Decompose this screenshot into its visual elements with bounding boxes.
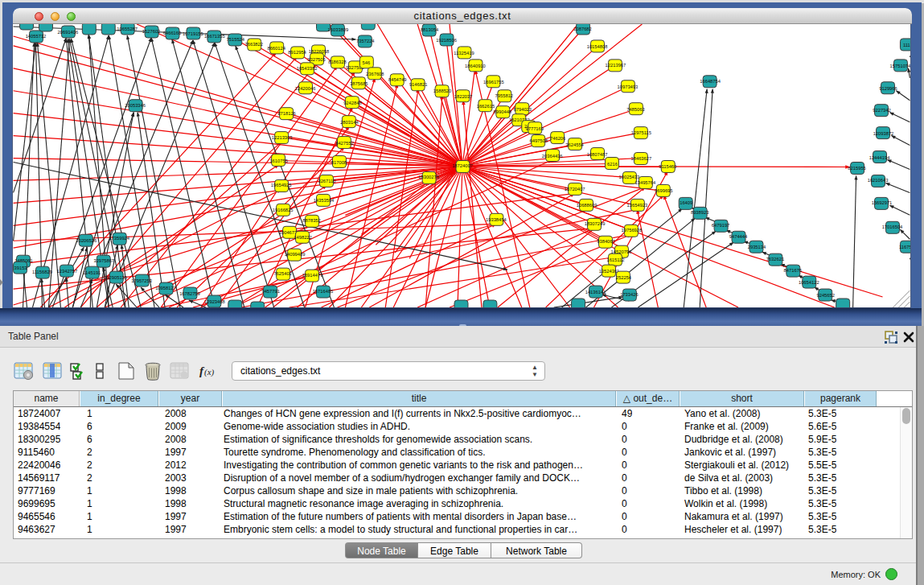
svg-text:6479197: 6479197 <box>712 223 729 228</box>
svg-text:9115460: 9115460 <box>659 164 676 169</box>
svg-text:9245652: 9245652 <box>816 293 834 298</box>
svg-text:11156829: 11156829 <box>32 270 52 274</box>
svg-text:9146821: 9146821 <box>409 82 427 87</box>
svg-text:15720407: 15720407 <box>565 187 585 192</box>
svg-text:10154808: 10154808 <box>587 44 608 49</box>
svg-text:11325419: 11325419 <box>454 51 474 56</box>
svg-text:817008: 817008 <box>331 160 347 165</box>
svg-text:20053346: 20053346 <box>125 103 146 108</box>
svg-text:1615112: 1615112 <box>606 257 624 262</box>
svg-text:12905135: 12905135 <box>106 275 127 280</box>
svg-text:2718126: 2718126 <box>277 111 295 116</box>
svg-text:8454749: 8454749 <box>388 77 406 82</box>
svg-text:32975867: 32975867 <box>93 258 114 263</box>
svg-text:1527602: 1527602 <box>142 29 160 34</box>
svg-text:8938923: 8938923 <box>691 210 708 215</box>
svg-text:6466160: 6466160 <box>163 31 181 35</box>
svg-text:12213303: 12213303 <box>272 135 293 140</box>
svg-text:12342757: 12342757 <box>57 269 78 274</box>
svg-text:2087682: 2087682 <box>573 27 591 31</box>
svg-text:9129966: 9129966 <box>879 86 897 91</box>
svg-text:546: 546 <box>363 60 371 65</box>
svg-text:19218506: 19218506 <box>436 38 457 43</box>
svg-text:7632621: 7632621 <box>766 257 784 262</box>
svg-text:9777169: 9777169 <box>526 126 544 131</box>
svg-text:1610755: 1610755 <box>269 159 287 163</box>
svg-text:7515524: 7515524 <box>227 37 245 42</box>
svg-text:9699695: 9699695 <box>655 188 672 193</box>
svg-text:8186328: 8186328 <box>328 60 346 64</box>
svg-text:8912954: 8912954 <box>288 50 306 55</box>
svg-text:8660124: 8660124 <box>267 46 285 51</box>
svg-text:14136141: 14136141 <box>585 290 606 295</box>
svg-text:9327505: 9327505 <box>307 57 325 62</box>
svg-text:3875685: 3875685 <box>350 81 368 86</box>
svg-text:20364436: 20364436 <box>542 154 563 159</box>
svg-text:19654925: 19654925 <box>271 183 292 187</box>
svg-text:8471676: 8471676 <box>784 268 802 273</box>
svg-text:1733426: 1733426 <box>620 292 638 297</box>
svg-text:22420046: 22420046 <box>295 86 316 91</box>
svg-text:7955812: 7955812 <box>495 93 513 98</box>
svg-text:1498222: 1498222 <box>294 235 311 240</box>
svg-text:7485063: 7485063 <box>626 107 644 112</box>
svg-text:6216: 6216 <box>607 162 618 167</box>
svg-text:15716485: 15716485 <box>313 289 334 294</box>
svg-text:14099489: 14099489 <box>285 252 306 257</box>
svg-text:1662615: 1662615 <box>477 104 495 109</box>
svg-text:17957253: 17957253 <box>131 278 152 283</box>
svg-text:3624554: 3624554 <box>565 142 584 147</box>
svg-text:10719155: 10719155 <box>183 31 203 36</box>
svg-text:1588520: 1588520 <box>433 89 451 93</box>
svg-text:16782759: 16782759 <box>179 291 200 296</box>
svg-text:10655287: 10655287 <box>117 27 138 31</box>
svg-text:19756928: 19756928 <box>622 228 643 233</box>
svg-text:6794023: 6794023 <box>514 107 532 112</box>
svg-text:746206: 746206 <box>550 136 565 141</box>
svg-text:1822037: 1822037 <box>454 94 472 99</box>
svg-text:10688609: 10688609 <box>577 203 598 208</box>
svg-text:19338454: 19338454 <box>486 217 507 222</box>
svg-text:12093872: 12093872 <box>873 131 894 136</box>
svg-text:16914479: 16914479 <box>302 273 323 278</box>
svg-text:8215955: 8215955 <box>848 166 865 171</box>
svg-text:18300275: 18300275 <box>418 175 439 179</box>
svg-text:252254: 252254 <box>616 275 632 280</box>
svg-text:12444194: 12444194 <box>869 155 890 160</box>
svg-text:16210643: 16210643 <box>868 178 889 183</box>
svg-text:8427552: 8427552 <box>335 141 353 146</box>
svg-text:9474444: 9474444 <box>729 234 748 239</box>
svg-text:13654923: 13654923 <box>627 203 648 208</box>
svg-text:12975115: 12975115 <box>631 130 651 135</box>
svg-text:9457791: 9457791 <box>261 289 279 294</box>
svg-text:16961755: 16961755 <box>483 80 504 84</box>
svg-text:3267110: 3267110 <box>318 179 335 183</box>
svg-text:10973493: 10973493 <box>618 84 639 89</box>
svg-text:20691406: 20691406 <box>58 30 79 35</box>
svg-text:(x): (x) <box>204 367 215 377</box>
svg-text:16033809: 16033809 <box>328 27 349 32</box>
svg-text:17016504: 17016504 <box>882 225 903 229</box>
svg-text:8990448: 8990448 <box>494 109 511 114</box>
svg-text:7663822: 7663822 <box>245 42 263 47</box>
svg-text:17359924: 17359924 <box>109 236 129 241</box>
svg-text:116753: 116753 <box>899 245 911 249</box>
svg-text:12213967: 12213967 <box>606 63 626 68</box>
svg-text:19166825: 19166825 <box>273 208 294 212</box>
svg-text:14353594: 14353594 <box>314 198 335 203</box>
svg-text:13495764: 13495764 <box>635 180 656 185</box>
svg-text:2803144: 2803144 <box>340 120 359 125</box>
svg-text:15692971: 15692971 <box>872 200 893 205</box>
svg-text:1145191: 1145191 <box>83 270 101 275</box>
svg-text:7357224: 7357224 <box>356 39 375 43</box>
svg-text:12923468: 12923468 <box>204 299 225 304</box>
svg-text:20206526: 20206526 <box>76 238 97 243</box>
svg-text:16648754: 16648754 <box>700 79 721 84</box>
svg-text:39153: 39153 <box>14 266 27 270</box>
svg-text:9384067: 9384067 <box>597 239 614 244</box>
svg-text:2367608: 2367608 <box>366 72 384 76</box>
svg-text:111: 111 <box>903 43 910 47</box>
svg-text:14055712: 14055712 <box>26 34 47 39</box>
svg-text:7625402: 7625402 <box>273 271 291 276</box>
svg-text:10958127: 10958127 <box>155 286 176 290</box>
